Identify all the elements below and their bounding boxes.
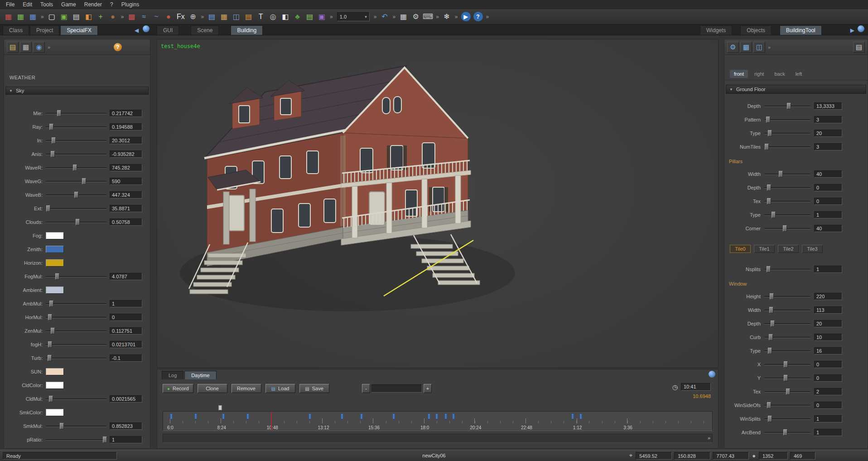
tab-widgets[interactable]: Widgets	[700, 25, 732, 35]
slider-handle[interactable]	[769, 307, 773, 313]
green-list-icon[interactable]: ▤	[304, 11, 315, 22]
tab-right[interactable]: right	[750, 70, 768, 78]
slider-track[interactable]	[764, 130, 810, 136]
import-package-icon[interactable]: ▣	[58, 11, 70, 22]
slider-handle[interactable]	[48, 314, 52, 320]
tab-tile1[interactable]: Tile1	[754, 245, 775, 253]
param-value-field[interactable]: 1	[814, 266, 842, 273]
param-value-field[interactable]: 220	[814, 293, 842, 300]
param-value-field[interactable]: 0	[110, 314, 142, 321]
param-value-field[interactable]: 2	[814, 388, 842, 395]
slider-track[interactable]	[764, 103, 810, 109]
param-value-field[interactable]: 0	[814, 361, 842, 368]
play-button-icon[interactable]: ▶	[461, 12, 471, 21]
param-value-field[interactable]: 20.3012	[110, 137, 142, 144]
contrast-square-icon[interactable]: ◧	[280, 11, 291, 22]
slider-handle[interactable]	[767, 198, 771, 204]
param-value-field[interactable]: 590	[110, 178, 142, 185]
slider-track[interactable]	[46, 219, 106, 225]
help-button-icon[interactable]: ?	[473, 12, 483, 21]
tab-back[interactable]: back	[770, 70, 789, 78]
keyframe-marker[interactable]	[435, 413, 438, 419]
param-value-field[interactable]: 0.217742	[110, 110, 142, 117]
slider-track[interactable]	[46, 328, 106, 334]
water-wave-icon[interactable]: ≈	[138, 11, 149, 22]
record-button[interactable]: ●Record	[163, 384, 193, 393]
keyframe-marker[interactable]	[309, 413, 311, 419]
keyframe-marker[interactable]	[572, 413, 574, 419]
tab-gui[interactable]: GUI	[157, 25, 179, 35]
world-icon[interactable]: ◉	[33, 42, 45, 53]
tab-specialfx[interactable]: SpecialFX	[60, 25, 98, 35]
param-value-field[interactable]: 40	[814, 170, 842, 178]
param-value-field[interactable]: 0.50758	[110, 218, 142, 226]
param-value-field[interactable]: -0.935282	[110, 150, 142, 158]
param-value-field[interactable]: 20	[814, 130, 842, 137]
slider-track[interactable]	[46, 165, 106, 171]
slider-handle[interactable]	[60, 423, 64, 429]
slider-handle[interactable]	[73, 165, 77, 171]
slider-handle[interactable]	[55, 273, 59, 280]
slider-track[interactable]	[764, 334, 810, 340]
slider-track[interactable]	[764, 171, 810, 177]
overflow-chevron[interactable]: »	[767, 44, 772, 50]
material-sphere-icon[interactable]: ●	[107, 11, 119, 22]
param-value-field[interactable]: 0.0021565	[110, 395, 142, 403]
keyframe-marker[interactable]	[428, 413, 430, 419]
undo-arrow-icon[interactable]: ↶	[379, 11, 390, 22]
plus-button[interactable]: +	[424, 384, 432, 393]
text-tool-icon[interactable]: T	[255, 11, 266, 22]
tab-front[interactable]: front	[730, 70, 748, 78]
slider-track[interactable]	[46, 192, 106, 198]
blue-document-icon[interactable]: ▤	[206, 11, 217, 22]
param-value-field[interactable]: 0.112751	[110, 327, 142, 335]
image-frame-icon[interactable]: ▦	[218, 11, 230, 22]
viewport-green-icon[interactable]: ▦	[15, 11, 26, 22]
slider-handle[interactable]	[767, 266, 771, 272]
slider-track[interactable]	[764, 416, 810, 422]
toolbar-overflow-chevron[interactable]: »	[39, 14, 46, 20]
folder-icon[interactable]: ▤	[7, 42, 19, 53]
slider-track[interactable]	[46, 437, 106, 443]
panel-menu-icon[interactable]	[709, 371, 715, 379]
keyframe-marker[interactable]	[341, 413, 343, 419]
gear-settings-icon[interactable]: ⚙	[410, 11, 421, 22]
menu-edit[interactable]: Edit	[19, 0, 36, 9]
param-value-field[interactable]: 1	[814, 415, 842, 422]
slider-handle[interactable]	[46, 205, 50, 212]
slider-track[interactable]	[46, 423, 106, 429]
zoom-level-dropdown[interactable]: 1.0▾	[337, 12, 370, 21]
param-value-field[interactable]: 0	[814, 374, 842, 382]
slider-handle[interactable]	[768, 130, 772, 136]
new-document-icon[interactable]: ▢	[46, 11, 58, 22]
blue-window-icon[interactable]: ◫	[231, 11, 242, 22]
slider-track[interactable]	[764, 184, 810, 191]
clone-button[interactable]: Clone	[198, 384, 227, 393]
slider-handle[interactable]	[52, 137, 56, 144]
slider-track[interactable]	[46, 396, 106, 402]
slider-track[interactable]	[46, 137, 106, 144]
slider-handle[interactable]	[783, 429, 787, 436]
slider-track[interactable]	[46, 205, 106, 212]
tab-log[interactable]: Log	[162, 371, 183, 379]
menu-help[interactable]: ?	[106, 0, 117, 9]
slider-handle[interactable]	[48, 341, 52, 348]
param-value-field[interactable]: 0.194588	[110, 123, 142, 131]
section-header-ground-floor[interactable]: ▼Ground Floor	[726, 85, 866, 94]
param-value-field[interactable]: 40	[814, 225, 842, 232]
viewport-red-icon[interactable]: ▦	[3, 11, 14, 22]
param-value-field[interactable]: 1	[110, 436, 142, 443]
toolbar-overflow-chevron[interactable]: »	[328, 14, 335, 20]
slider-track[interactable]	[764, 348, 810, 354]
color-swatch[interactable]	[46, 286, 64, 294]
slider-handle[interactable]	[51, 151, 55, 157]
slider-handle[interactable]	[767, 402, 771, 408]
slider-track[interactable]	[46, 341, 106, 348]
tab-objects[interactable]: Objects	[740, 25, 772, 35]
color-swatch[interactable]	[46, 232, 64, 239]
keyframe-marker[interactable]	[360, 413, 362, 419]
slider-track[interactable]	[46, 301, 106, 307]
tab-tile0[interactable]: Tile0	[730, 245, 751, 253]
slider-handle[interactable]	[767, 184, 771, 191]
param-value-field[interactable]: 113	[814, 306, 842, 314]
